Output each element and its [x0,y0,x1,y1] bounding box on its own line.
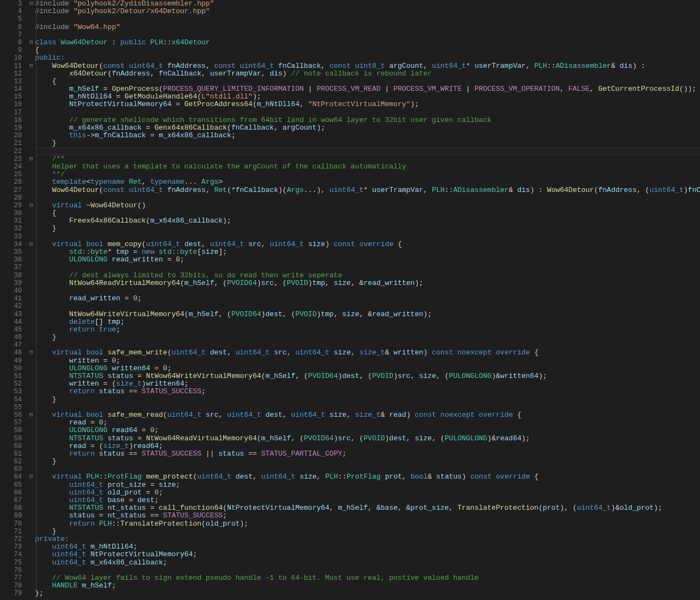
fold-marker[interactable]: ⊟ [27,241,35,248]
fold-marker[interactable] [27,124,35,132]
fold-marker[interactable] [27,233,35,241]
code-line[interactable] [35,341,700,349]
code-line[interactable]: NtWow64ReadVirtualMemory64(m_hSelf, (PVO… [35,279,700,287]
fold-marker[interactable] [27,225,35,232]
code-line[interactable]: uint64_t NtProtectVirtualMemory64; [35,551,700,558]
fold-marker[interactable] [27,109,35,116]
fold-marker[interactable] [27,209,35,217]
code-line[interactable]: ULONGLONG read64 = 0; [35,427,700,434]
code-line[interactable]: #include "Wow64.hpp" [35,24,700,31]
code-line[interactable]: } [35,225,700,232]
fold-marker[interactable] [27,465,35,473]
code-line[interactable]: Freex64x86Callback(m_x64x86_callback); [35,217,700,225]
code-line[interactable]: x64Detour(fnAddress, fnCallback, userTra… [35,70,700,78]
code-line[interactable]: uint64_t base = dest; [35,497,700,504]
code-line[interactable]: }; [35,590,700,597]
code-line[interactable]: private: [35,535,700,543]
fold-marker[interactable] [27,504,35,512]
code-line[interactable]: } [35,458,700,465]
fold-marker[interactable] [27,372,35,380]
fold-marker[interactable] [27,497,35,504]
code-line[interactable]: delete[] tmp; [35,318,700,326]
fold-marker[interactable]: ⊟ [27,62,35,70]
code-editor[interactable]: 3456789101112131415161718192021222324252… [0,0,700,600]
fold-marker[interactable] [27,279,35,287]
fold-marker[interactable] [27,311,35,318]
fold-marker[interactable] [27,194,35,202]
code-line[interactable] [35,465,700,473]
code-line[interactable]: /** [35,155,700,163]
code-line[interactable]: } [35,528,700,535]
fold-marker[interactable] [27,15,35,23]
code-line[interactable]: #include "polyhook2/ZydisDisassembler.hp… [35,0,700,8]
code-line[interactable]: { [35,46,700,54]
code-line[interactable]: // dest always limited to 32bits, so do … [35,272,700,279]
fold-marker[interactable] [27,8,35,15]
fold-marker[interactable] [27,93,35,101]
code-line[interactable]: written = (size_t)written64; [35,380,700,388]
fold-marker[interactable]: ⊟ [27,0,35,8]
fold-marker[interactable] [27,574,35,582]
fold-marker[interactable] [27,427,35,434]
fold-marker[interactable] [27,256,35,264]
fold-marker[interactable]: ⊟ [27,202,35,209]
fold-marker[interactable]: ⊟ [27,473,35,481]
code-line[interactable]: } [35,334,700,341]
fold-marker[interactable] [27,590,35,597]
fold-marker[interactable] [27,582,35,590]
code-line[interactable] [35,194,700,202]
code-line[interactable]: read_written = 0; [35,295,700,302]
code-line[interactable]: class Wow64Detour : public PLH::x64Detou… [35,39,700,46]
fold-marker[interactable] [27,450,35,458]
fold-marker[interactable]: ⊟ [27,155,35,163]
fold-marker[interactable] [27,70,35,78]
code-line[interactable]: } [35,139,700,147]
fold-marker[interactable] [27,357,35,365]
fold-marker[interactable] [27,272,35,279]
fold-marker[interactable] [27,334,35,341]
fold-marker[interactable] [27,543,35,551]
fold-marker[interactable] [27,287,35,295]
code-line[interactable]: m_hSelf = OpenProcess(PROCESS_QUERY_LIMI… [35,85,700,93]
code-line[interactable]: return status == STATUS_SUCCESS; [35,388,700,395]
fold-marker[interactable] [27,139,35,147]
fold-marker[interactable] [27,380,35,388]
code-line[interactable]: status = nt_status == STATUS_SUCCESS; [35,512,700,520]
code-line[interactable] [35,567,700,574]
fold-marker[interactable] [27,341,35,349]
fold-marker[interactable] [27,435,35,442]
fold-marker[interactable] [27,46,35,54]
fold-marker[interactable] [27,132,35,139]
code-line[interactable]: virtual bool mem_copy(uint64_t dest, uin… [35,241,700,248]
fold-marker[interactable] [27,31,35,39]
code-line[interactable] [35,233,700,241]
code-line[interactable]: template<typename Ret, typename... Args> [35,178,700,186]
fold-marker[interactable] [27,442,35,450]
code-line[interactable]: NtProtectVirtualMemory64 = GetProcAddres… [35,101,700,108]
code-line[interactable] [35,109,700,116]
code-line[interactable] [35,31,700,39]
code-line[interactable]: } [35,396,700,404]
fold-marker[interactable] [27,264,35,271]
code-line[interactable]: m_x64x86_callback = Genx64x86Callback(fn… [35,124,700,132]
code-line[interactable]: written = 0; [35,357,700,365]
fold-marker[interactable] [27,101,35,108]
fold-marker[interactable] [27,295,35,302]
code-line[interactable] [35,404,700,411]
code-line[interactable]: return PLH::TranslateProtection(old_prot… [35,520,700,528]
code-line[interactable]: uint64_t old_prot = 0; [35,489,700,497]
code-line[interactable]: Helper that uses a template to calculate… [35,163,700,171]
fold-marker[interactable] [27,302,35,310]
code-line[interactable]: virtual PLH::ProtFlag mem_protect(uint64… [35,473,700,481]
code-line[interactable]: m_hNtDll64 = GetModuleHandle64(L"ntdll.d… [35,93,700,101]
fold-marker[interactable] [27,78,35,85]
code-line[interactable] [35,15,700,23]
code-line[interactable]: HANDLE m_hSelf; [35,582,700,590]
code-line[interactable]: #include "polyhook2/Detour/x64Detour.hpp… [35,8,700,15]
fold-marker[interactable] [27,24,35,31]
fold-marker[interactable] [27,187,35,194]
code-line[interactable]: public: [35,54,700,62]
fold-marker[interactable] [27,567,35,574]
fold-marker[interactable] [27,419,35,427]
code-line[interactable]: NTSTATUS status = NtWow64ReadVirtualMemo… [35,435,700,442]
